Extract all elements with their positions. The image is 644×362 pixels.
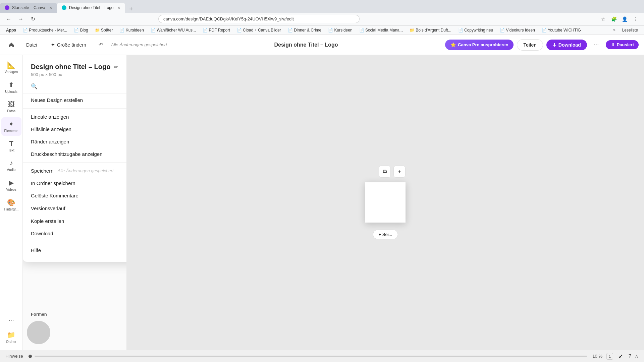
dropdown-header: Design ohne Titel – Logo ✏ 500 px × 500 … xyxy=(23,60,127,81)
bookmark-videokurs[interactable]: 📄 Videokurs Ideen xyxy=(497,27,538,33)
dropdown-item-version-history[interactable]: Versionsverlauf 👑 xyxy=(23,202,127,215)
undo-button[interactable]: ↶ xyxy=(95,39,107,51)
sidebar-item-uploads[interactable]: ⬆ Uploads xyxy=(1,78,21,97)
add-page-button[interactable]: + Sei... xyxy=(373,230,398,239)
more-options-button[interactable]: ··· xyxy=(590,39,602,51)
fotos-icon: 🖼 xyxy=(8,101,15,108)
dropdown-item-guidelines[interactable]: Hilfslinie anzeigen Strg+; xyxy=(23,123,127,135)
vorlagen-icon: 📐 xyxy=(7,61,15,69)
dropdown-item-bleed[interactable]: Druckbeschnittzugabe anzeigen xyxy=(23,148,127,160)
hints-chevron-icon[interactable]: ∧ xyxy=(635,353,639,359)
dropdown-item-copy[interactable]: Kopie erstellen xyxy=(23,215,127,227)
sidebar-item-vorlagen[interactable]: 📐 Vorlagen xyxy=(1,58,21,77)
tab-startseite[interactable]: Startseite – Canva ✕ xyxy=(0,3,57,13)
dropdown-item-rulers[interactable]: Lineale anzeigen Shift+R xyxy=(23,111,127,123)
sidebar-label-hintergruende: Hintergr... xyxy=(4,207,18,212)
browser-actions: ☆ 🧩 👤 ⋮ xyxy=(598,14,640,24)
page-view-button[interactable]: 1 xyxy=(606,353,613,360)
zoom-percent: 10 % xyxy=(592,354,602,359)
settings-button[interactable]: ⋮ xyxy=(631,14,640,24)
bookmark-produktsuche[interactable]: 📄 Produktsuche - Mer... xyxy=(20,27,70,33)
new-tab-button[interactable]: + xyxy=(126,6,136,13)
canva-pro-button[interactable]: ⭐ Canva Pro ausprobieren xyxy=(445,40,514,50)
comments-label: Gelöste Kommentare xyxy=(31,193,78,198)
bookmark-kursideen2[interactable]: 📄 Kursideen xyxy=(325,27,355,33)
hints-slider-track[interactable] xyxy=(35,356,587,357)
bookmark-blog[interactable]: 📄 Blog xyxy=(71,27,91,33)
bookmark-dinner[interactable]: 📄 Dinner & Crime xyxy=(285,27,324,33)
edit-title-icon[interactable]: ✏ xyxy=(114,64,118,70)
download-button[interactable]: ⬇ Download xyxy=(546,40,587,50)
videos-icon: ▶ xyxy=(9,179,14,187)
bookmark-kursideen1[interactable]: 📄 Kursideen xyxy=(117,27,146,33)
pause-button[interactable]: ⏸ Pausiert xyxy=(606,40,639,49)
bookmark-bois[interactable]: 📁 Bois d'Argent Duft... xyxy=(407,27,454,33)
hints-bar: Hinweise 10 % 1 ⤢ ? ∧ xyxy=(0,350,644,362)
sidebar-item-audio[interactable]: ♪ Audio xyxy=(1,157,21,175)
dropdown-item-comments[interactable]: Gelöste Kommentare xyxy=(23,189,127,202)
dropdown-subtitle: 500 px × 500 px xyxy=(31,72,127,77)
sidebar-item-videos[interactable]: ▶ Videos xyxy=(1,176,21,194)
bookmark-more[interactable]: » xyxy=(610,27,618,33)
tab-startseite-close[interactable]: ✕ xyxy=(49,6,52,10)
bookmark-apps[interactable]: Apps xyxy=(3,27,19,33)
margins-label: Ränder anzeigen xyxy=(31,139,69,144)
back-button[interactable]: ← xyxy=(4,14,13,24)
copy-label: Kopie erstellen xyxy=(31,218,64,224)
bookmark-später[interactable]: 📁 Später xyxy=(92,27,116,33)
address-bar: ← → ↻ canva.com/design/DAEduQCDgkA/KelY5… xyxy=(0,13,644,25)
fullscreen-button[interactable]: ⤢ xyxy=(616,352,625,361)
help-label: Hilfe xyxy=(31,247,41,253)
bookmark-youtube[interactable]: 📄 Youtube WICHTIG xyxy=(539,27,584,33)
bookmark-cload[interactable]: 📄 Cload + Canva Bilder xyxy=(234,27,284,33)
dropdown-item-save-folder[interactable]: In Ordner speichern xyxy=(23,177,127,189)
tab-design[interactable]: Design ohne Titel – Logo ✕ xyxy=(57,3,125,13)
tab-design-label: Design ohne Titel – Logo xyxy=(69,5,114,10)
sidebar-item-text[interactable]: T Text xyxy=(1,137,21,155)
duplicate-canvas-button[interactable]: ⧉ xyxy=(379,166,391,178)
bookmark-pdf[interactable]: 📄 PDF Report xyxy=(200,27,233,33)
ordner-icon: 📁 xyxy=(7,331,15,339)
size-change-button[interactable]: ✦ Größe ändern xyxy=(46,40,91,50)
datei-menu-button[interactable]: Datei xyxy=(21,40,42,50)
hintergruende-icon: 🎨 xyxy=(7,198,15,206)
sidebar-item-more[interactable]: ··· xyxy=(1,314,21,327)
new-design-label: Neues Design erstellen xyxy=(31,97,83,103)
canvas-page[interactable] xyxy=(365,182,406,223)
share-button[interactable]: Teilen xyxy=(517,39,543,51)
bookmark-leseliste[interactable]: Leseliste xyxy=(620,27,641,33)
shape-item-circle[interactable] xyxy=(27,321,50,344)
extensions-button[interactable]: 🧩 xyxy=(609,14,619,24)
dropdown-title: Design ohne Titel – Logo xyxy=(31,63,110,71)
sidebar-item-hintergruende[interactable]: 🎨 Hintergr... xyxy=(1,196,21,214)
tab-design-close[interactable]: ✕ xyxy=(117,6,120,10)
tab-bar: Startseite – Canva ✕ Design ohne Titel –… xyxy=(0,0,644,13)
help-corner-button[interactable]: ? xyxy=(625,352,635,361)
sidebar-item-fotos[interactable]: 🖼 Fotos xyxy=(1,98,21,116)
bookmark-copywriting[interactable]: 📄 Copywriting neu xyxy=(455,27,496,33)
left-panel: Design ohne Titel – Logo ✏ 500 px × 500 … xyxy=(23,55,127,350)
sidebar-item-ordner[interactable]: 📁 Ordner xyxy=(1,328,21,347)
dropdown-item-margins[interactable]: Ränder anzeigen xyxy=(23,135,127,148)
home-button[interactable] xyxy=(5,39,17,51)
bookmark-wahlfächer[interactable]: 📄 Wahlfächer WU Aus... xyxy=(148,27,199,33)
url-bar[interactable]: canva.com/design/DAEduQCDgkA/KelY5q-24UO… xyxy=(158,15,360,23)
bookmark-social[interactable]: 📄 Social Media Mana... xyxy=(357,27,406,33)
dropdown-item-download[interactable]: Download xyxy=(23,227,127,240)
refresh-button[interactable]: ↻ xyxy=(28,14,38,24)
dropdown-item-save[interactable]: Speichern Alle Änderungen gespeichert xyxy=(23,165,127,177)
dropdown-item-help[interactable]: Hilfe xyxy=(23,244,127,256)
forward-button[interactable]: → xyxy=(16,14,25,24)
sidebar-label-uploads: Uploads xyxy=(5,90,17,94)
sidebar-item-elemente[interactable]: ✦ Elemente xyxy=(1,117,21,136)
search-icon: 🔍 xyxy=(31,83,38,89)
duplicate-icon: ⧉ xyxy=(383,169,387,175)
star-button[interactable]: ☆ xyxy=(598,14,608,24)
dropdown-item-new-design[interactable]: Neues Design erstellen xyxy=(23,94,127,106)
add-canvas-button[interactable]: ＋ xyxy=(393,166,406,178)
canva-favicon xyxy=(5,5,9,10)
download-icon: ⬇ xyxy=(552,42,556,48)
profile-button[interactable]: 👤 xyxy=(620,14,629,24)
main-content: 📐 Vorlagen ⬆ Uploads 🖼 Fotos ✦ Elemente … xyxy=(0,55,644,350)
url-text: canva.com/design/DAEduQCDgkA/KelY5q-24UO… xyxy=(163,16,294,21)
